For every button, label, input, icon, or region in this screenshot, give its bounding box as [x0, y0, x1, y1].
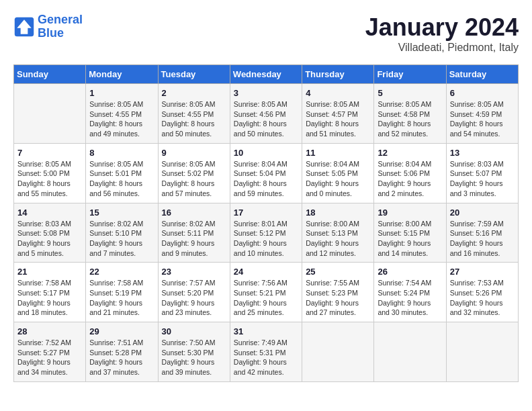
logo-icon: [13, 16, 35, 38]
logo-line1: General: [38, 13, 83, 26]
day-number: 13: [450, 148, 515, 158]
day-number: 28: [17, 326, 82, 336]
weekday-header-monday: Monday: [86, 65, 158, 84]
day-info: Sunrise: 7:56 AM Sunset: 5:21 PM Dayligh…: [234, 278, 298, 318]
calendar-cell: 8Sunrise: 8:05 AM Sunset: 5:01 PM Daylig…: [86, 143, 158, 203]
calendar-week-3: 14Sunrise: 8:03 AM Sunset: 5:08 PM Dayli…: [14, 203, 519, 263]
day-number: 20: [450, 208, 515, 218]
day-info: Sunrise: 7:53 AM Sunset: 5:26 PM Dayligh…: [450, 278, 515, 318]
calendar-cell: 15Sunrise: 8:02 AM Sunset: 5:10 PM Dayli…: [86, 203, 158, 263]
calendar-table: SundayMondayTuesdayWednesdayThursdayFrid…: [13, 64, 519, 382]
calendar-cell: 25Sunrise: 7:55 AM Sunset: 5:23 PM Dayli…: [302, 263, 374, 322]
calendar-cell: 20Sunrise: 7:59 AM Sunset: 5:16 PM Dayli…: [446, 203, 518, 263]
day-info: Sunrise: 8:03 AM Sunset: 5:07 PM Dayligh…: [450, 159, 515, 199]
day-info: Sunrise: 7:51 AM Sunset: 5:28 PM Dayligh…: [89, 338, 154, 377]
calendar-cell: 28Sunrise: 7:52 AM Sunset: 5:27 PM Dayli…: [14, 322, 86, 382]
day-number: 29: [89, 326, 154, 336]
day-info: Sunrise: 8:05 AM Sunset: 4:55 PM Dayligh…: [89, 99, 154, 139]
day-info: Sunrise: 8:05 AM Sunset: 4:55 PM Dayligh…: [162, 99, 226, 139]
calendar-cell: 5Sunrise: 8:05 AM Sunset: 4:58 PM Daylig…: [374, 84, 446, 144]
day-number: 30: [162, 326, 226, 336]
day-number: 25: [306, 267, 370, 277]
calendar-cell: [374, 322, 446, 382]
day-info: Sunrise: 7:50 AM Sunset: 5:30 PM Dayligh…: [162, 338, 226, 377]
weekday-header-row: SundayMondayTuesdayWednesdayThursdayFrid…: [14, 65, 519, 84]
calendar-cell: 29Sunrise: 7:51 AM Sunset: 5:28 PM Dayli…: [86, 322, 158, 382]
day-number: 2: [162, 88, 226, 98]
day-info: Sunrise: 8:04 AM Sunset: 5:04 PM Dayligh…: [234, 159, 298, 199]
day-number: 22: [89, 267, 154, 277]
logo-line2: Blue: [38, 26, 64, 40]
day-number: 31: [234, 326, 298, 336]
day-info: Sunrise: 8:04 AM Sunset: 5:06 PM Dayligh…: [378, 159, 442, 199]
weekday-header-wednesday: Wednesday: [230, 65, 302, 84]
day-info: Sunrise: 8:05 AM Sunset: 4:58 PM Dayligh…: [378, 99, 442, 139]
calendar-cell: [302, 322, 374, 382]
calendar-cell: 23Sunrise: 7:57 AM Sunset: 5:20 PM Dayli…: [158, 263, 230, 322]
day-number: 5: [378, 88, 442, 98]
calendar-cell: 17Sunrise: 8:01 AM Sunset: 5:12 PM Dayli…: [230, 203, 302, 263]
calendar-subtitle: Villadeati, Piedmont, Italy: [365, 42, 519, 54]
calendar-cell: 22Sunrise: 7:58 AM Sunset: 5:19 PM Dayli…: [86, 263, 158, 322]
day-number: 11: [306, 148, 370, 158]
day-info: Sunrise: 8:05 AM Sunset: 4:56 PM Dayligh…: [234, 99, 298, 139]
calendar-week-2: 7Sunrise: 8:05 AM Sunset: 5:00 PM Daylig…: [14, 143, 519, 203]
day-info: Sunrise: 8:05 AM Sunset: 5:00 PM Dayligh…: [17, 159, 82, 199]
day-info: Sunrise: 8:05 AM Sunset: 5:01 PM Dayligh…: [89, 159, 154, 199]
calendar-cell: 2Sunrise: 8:05 AM Sunset: 4:55 PM Daylig…: [158, 84, 230, 144]
day-number: 15: [89, 208, 154, 218]
day-number: 14: [17, 208, 82, 218]
day-number: 21: [17, 267, 82, 277]
day-info: Sunrise: 8:03 AM Sunset: 5:08 PM Dayligh…: [17, 219, 82, 259]
day-number: 12: [378, 148, 442, 158]
calendar-cell: [446, 322, 518, 382]
day-info: Sunrise: 8:05 AM Sunset: 4:59 PM Dayligh…: [450, 99, 515, 139]
day-info: Sunrise: 8:05 AM Sunset: 4:57 PM Dayligh…: [306, 99, 370, 139]
calendar-cell: 13Sunrise: 8:03 AM Sunset: 5:07 PM Dayli…: [446, 143, 518, 203]
page-header: General Blue January 2024 Villadeati, Pi…: [13, 13, 519, 54]
calendar-cell: [14, 84, 86, 144]
weekday-header-thursday: Thursday: [302, 65, 374, 84]
calendar-cell: 9Sunrise: 8:05 AM Sunset: 5:02 PM Daylig…: [158, 143, 230, 203]
calendar-cell: 14Sunrise: 8:03 AM Sunset: 5:08 PM Dayli…: [14, 203, 86, 263]
day-info: Sunrise: 7:58 AM Sunset: 5:17 PM Dayligh…: [17, 278, 82, 318]
weekday-header-sunday: Sunday: [14, 65, 86, 84]
calendar-cell: 18Sunrise: 8:00 AM Sunset: 5:13 PM Dayli…: [302, 203, 374, 263]
day-number: 27: [450, 267, 515, 277]
day-number: 10: [234, 148, 298, 158]
day-number: 7: [17, 148, 82, 158]
day-number: 16: [162, 208, 226, 218]
calendar-cell: 7Sunrise: 8:05 AM Sunset: 5:00 PM Daylig…: [14, 143, 86, 203]
calendar-cell: 4Sunrise: 8:05 AM Sunset: 4:57 PM Daylig…: [302, 84, 374, 144]
day-number: 9: [162, 148, 226, 158]
day-info: Sunrise: 8:02 AM Sunset: 5:10 PM Dayligh…: [89, 219, 154, 259]
calendar-header: SundayMondayTuesdayWednesdayThursdayFrid…: [14, 65, 519, 84]
day-number: 3: [234, 88, 298, 98]
day-number: 17: [234, 208, 298, 218]
day-number: 18: [306, 208, 370, 218]
calendar-title: January 2024: [365, 13, 519, 42]
calendar-week-4: 21Sunrise: 7:58 AM Sunset: 5:17 PM Dayli…: [14, 263, 519, 322]
calendar-cell: 1Sunrise: 8:05 AM Sunset: 4:55 PM Daylig…: [86, 84, 158, 144]
calendar-cell: 16Sunrise: 8:02 AM Sunset: 5:11 PM Dayli…: [158, 203, 230, 263]
day-info: Sunrise: 7:52 AM Sunset: 5:27 PM Dayligh…: [17, 338, 82, 377]
day-info: Sunrise: 8:04 AM Sunset: 5:05 PM Dayligh…: [306, 159, 370, 199]
calendar-week-1: 1Sunrise: 8:05 AM Sunset: 4:55 PM Daylig…: [14, 84, 519, 144]
calendar-cell: 31Sunrise: 7:49 AM Sunset: 5:31 PM Dayli…: [230, 322, 302, 382]
calendar-body: 1Sunrise: 8:05 AM Sunset: 4:55 PM Daylig…: [14, 84, 519, 382]
day-info: Sunrise: 7:54 AM Sunset: 5:24 PM Dayligh…: [378, 278, 442, 318]
calendar-cell: 6Sunrise: 8:05 AM Sunset: 4:59 PM Daylig…: [446, 84, 518, 144]
calendar-cell: 11Sunrise: 8:04 AM Sunset: 5:05 PM Dayli…: [302, 143, 374, 203]
weekday-header-friday: Friday: [374, 65, 446, 84]
day-info: Sunrise: 7:49 AM Sunset: 5:31 PM Dayligh…: [234, 338, 298, 377]
day-number: 19: [378, 208, 442, 218]
day-info: Sunrise: 7:59 AM Sunset: 5:16 PM Dayligh…: [450, 219, 515, 259]
day-number: 4: [306, 88, 370, 98]
day-number: 24: [234, 267, 298, 277]
day-info: Sunrise: 8:02 AM Sunset: 5:11 PM Dayligh…: [162, 219, 226, 259]
weekday-header-tuesday: Tuesday: [158, 65, 230, 84]
day-number: 23: [162, 267, 226, 277]
day-info: Sunrise: 8:01 AM Sunset: 5:12 PM Dayligh…: [234, 219, 298, 259]
title-block: January 2024 Villadeati, Piedmont, Italy: [365, 13, 519, 54]
day-info: Sunrise: 8:05 AM Sunset: 5:02 PM Dayligh…: [162, 159, 226, 199]
